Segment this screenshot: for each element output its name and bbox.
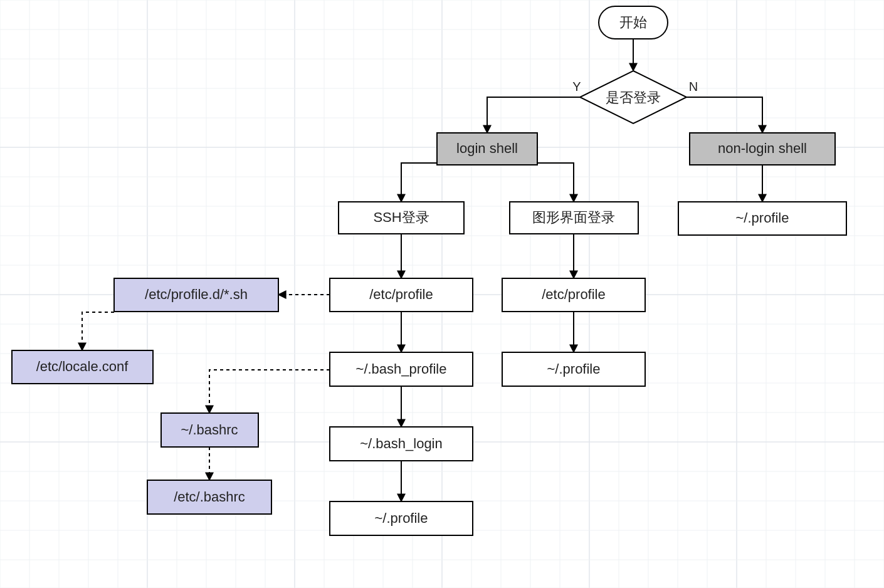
edge-login-gui	[537, 163, 574, 202]
node-login-shell-label: login shell	[456, 140, 518, 156]
node-bash-login-label: ~/.bash_login	[360, 436, 443, 451]
node-etc-profile1-label: /etc/profile	[369, 286, 433, 302]
edge-decision-yes	[487, 97, 583, 133]
edge-label-no: N	[689, 80, 698, 93]
edge-label-yes: Y	[572, 80, 581, 93]
node-nonlogin-shell-label: non-login shell	[718, 140, 807, 156]
node-locale-label: /etc/locale.conf	[36, 359, 129, 374]
edge-profiled-locale	[82, 312, 114, 350]
node-profile1-label: ~/.profile	[375, 510, 428, 526]
node-decision-label: 是否登录	[606, 90, 661, 105]
node-bash-profile-label: ~/.bash_profile	[356, 361, 447, 377]
node-gui-label: 图形界面登录	[532, 209, 615, 225]
node-profile2-label: ~/.profile	[547, 361, 601, 377]
node-profile3-label: ~/.profile	[736, 210, 789, 226]
flowchart-canvas: Y N 开始 是否登录 login shell non-login shell …	[0, 0, 884, 588]
edge-decision-no	[683, 97, 762, 133]
node-bashrc-label: ~/.bashrc	[181, 422, 238, 438]
edge-login-ssh	[401, 163, 437, 202]
node-etc-bashrc-label: /etc/.bashrc	[174, 489, 245, 505]
node-profiled-label: /etc/profile.d/*.sh	[145, 286, 248, 302]
node-ssh-label: SSH登录	[373, 209, 429, 225]
node-etc-profile2-label: /etc/profile	[542, 286, 606, 302]
node-start-label: 开始	[619, 14, 647, 30]
edge-bashprofile-bashrc	[209, 370, 330, 413]
